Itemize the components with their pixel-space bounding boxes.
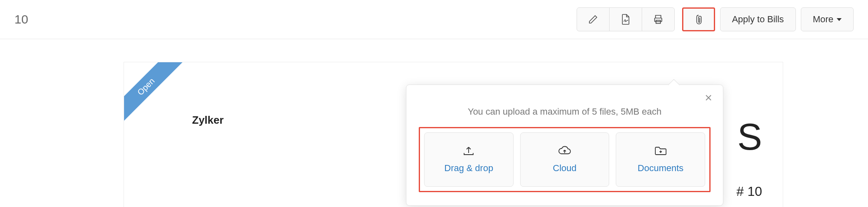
pdf-button[interactable]	[609, 7, 642, 31]
cloud-icon	[558, 146, 572, 156]
folder-plus-icon	[654, 146, 667, 156]
attach-button[interactable]	[682, 7, 715, 31]
document-type-letter: S	[737, 116, 762, 158]
header-bar: 10	[0, 0, 868, 39]
upload-options: Drag & drop Cloud Documents	[419, 127, 711, 192]
cloud-option[interactable]: Cloud	[520, 132, 610, 187]
documents-option[interactable]: Documents	[616, 132, 705, 187]
status-ribbon: Open	[124, 62, 186, 124]
attachment-popover: You can upload a maximum of 5 files, 5MB…	[406, 85, 723, 206]
upload-icon	[462, 146, 475, 156]
toolbar: Apply to Bills More	[577, 7, 854, 31]
close-button[interactable]	[702, 92, 715, 104]
apply-to-bills-button[interactable]: Apply to Bills	[720, 7, 796, 31]
documents-label: Documents	[638, 163, 683, 174]
drag-drop-label: Drag & drop	[444, 163, 493, 174]
pencil-icon	[588, 14, 598, 24]
document-number: # 10	[737, 184, 762, 199]
icon-button-group	[577, 7, 675, 31]
status-badge: Open	[124, 62, 183, 123]
vendor-name: Zylker	[192, 114, 224, 127]
apply-to-bills-label: Apply to Bills	[732, 14, 784, 25]
drag-drop-option[interactable]: Drag & drop	[424, 132, 514, 187]
page-number: 10	[14, 12, 28, 26]
pdf-icon	[621, 14, 631, 25]
more-label: More	[813, 14, 833, 25]
upload-help-text: You can upload a maximum of 5 files, 5MB…	[419, 106, 711, 117]
more-button[interactable]: More	[801, 7, 854, 31]
printer-icon	[653, 14, 664, 25]
print-button[interactable]	[642, 7, 675, 31]
edit-button[interactable]	[577, 7, 610, 31]
cloud-label: Cloud	[553, 163, 576, 174]
chevron-down-icon	[837, 18, 842, 21]
paperclip-icon	[694, 14, 703, 25]
close-icon	[705, 94, 712, 101]
